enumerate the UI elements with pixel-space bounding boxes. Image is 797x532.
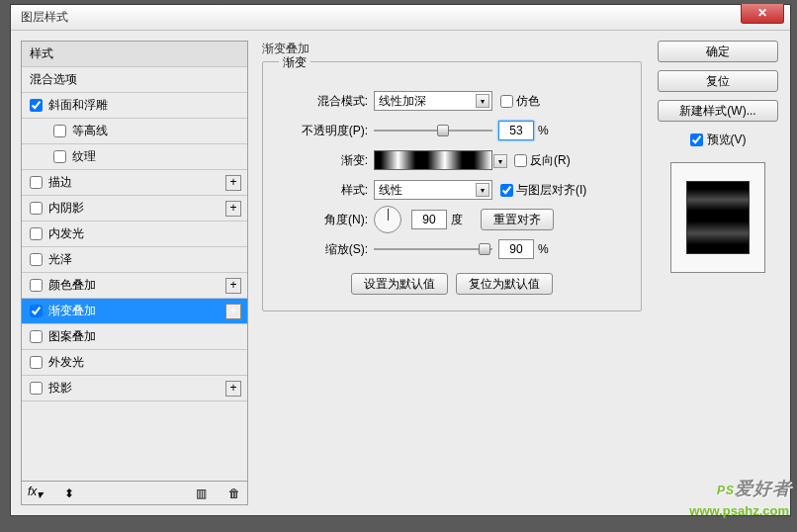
blend-mode-label: 混合模式: — [275, 93, 374, 110]
sidebar-item-checkbox[interactable] — [30, 176, 43, 189]
add-effect-button[interactable]: + — [225, 175, 241, 191]
blend-mode-select[interactable]: 线性加深 ▾ — [374, 91, 492, 111]
scale-slider[interactable] — [374, 241, 492, 257]
preview-swatch — [686, 181, 750, 254]
opacity-slider[interactable] — [374, 123, 492, 138]
align-layer-label: 与图层对齐(I) — [516, 182, 586, 199]
dither-checkbox-input[interactable] — [500, 95, 513, 108]
styles-sidebar: 样式 混合选项 斜面和浮雕等高线纹理描边+内阴影+内发光光泽颜色叠加+渐变叠加+… — [21, 41, 248, 505]
fieldset-legend: 渐变 — [279, 54, 310, 71]
reverse-checkbox[interactable]: 反向(R) — [514, 152, 571, 169]
gradient-swatch[interactable]: ▾ — [374, 150, 492, 170]
reset-align-button[interactable]: 重置对齐 — [481, 209, 554, 230]
preview-box — [670, 162, 765, 273]
sidebar-item-checkbox[interactable] — [30, 253, 43, 266]
scale-input[interactable] — [498, 239, 534, 259]
cancel-button[interactable]: 复位 — [658, 70, 778, 92]
sidebar-blend-options[interactable]: 混合选项 — [22, 67, 247, 93]
scale-label: 缩放(S): — [275, 241, 374, 258]
sidebar-item-label: 纹理 — [72, 148, 96, 165]
sidebar-header-label: 样式 — [30, 45, 53, 62]
ok-button[interactable]: 确定 — [658, 41, 778, 62]
sidebar-item-checkbox[interactable] — [30, 279, 43, 292]
style-value: 线性 — [379, 182, 402, 199]
add-effect-button[interactable]: + — [225, 381, 241, 397]
sidebar-item-7[interactable]: 颜色叠加+ — [22, 273, 247, 299]
sidebar-item-2[interactable]: 纹理 — [22, 144, 247, 170]
sidebar-item-0[interactable]: 斜面和浮雕 — [22, 93, 247, 119]
align-layer-checkbox[interactable]: 与图层对齐(I) — [500, 182, 586, 199]
section-title: 渐变叠加 — [262, 41, 642, 57]
opacity-label: 不透明度(P): — [275, 123, 374, 139]
sidebar-item-label: 渐变叠加 — [48, 303, 96, 319]
sidebar-item-label: 外发光 — [48, 354, 84, 371]
angle-input[interactable] — [411, 210, 447, 229]
sidebar-item-8[interactable]: 渐变叠加+ — [22, 299, 247, 324]
sidebar-item-label: 描边 — [48, 174, 72, 191]
gradient-fieldset: 渐变 混合模式: 线性加深 ▾ 仿色 不透明度(P): — [262, 61, 642, 311]
sidebar-item-checkbox[interactable] — [30, 227, 43, 240]
style-select[interactable]: 线性 ▾ — [374, 180, 492, 200]
sidebar-item-label: 斜面和浮雕 — [48, 97, 108, 114]
add-effect-button[interactable]: + — [225, 201, 241, 217]
opacity-input[interactable] — [498, 121, 534, 140]
sidebar-footer: fx▾ ⬍ ▥ 🗑 — [22, 481, 247, 504]
set-default-button[interactable]: 设置为默认值 — [351, 273, 448, 295]
preview-checkbox-input[interactable] — [690, 133, 703, 146]
add-effect-button[interactable]: + — [225, 278, 241, 294]
reverse-checkbox-input[interactable] — [514, 154, 527, 167]
watermark-url: www.psahz.com — [689, 503, 789, 518]
sidebar-item-4[interactable]: 内阴影+ — [22, 196, 247, 222]
sidebar-item-label: 内发光 — [48, 225, 84, 242]
align-layer-checkbox-input[interactable] — [500, 184, 513, 197]
sidebar-item-checkbox[interactable] — [53, 150, 66, 163]
footer-icon-1[interactable]: ⬍ — [62, 487, 76, 500]
add-effect-button[interactable]: + — [225, 304, 241, 319]
angle-unit: 度 — [451, 212, 463, 228]
sidebar-item-5[interactable]: 内发光 — [22, 222, 247, 247]
sidebar-item-label: 投影 — [48, 380, 72, 397]
sidebar-item-1[interactable]: 等高线 — [22, 119, 247, 144]
reset-default-button[interactable]: 复位为默认值 — [456, 273, 553, 295]
dither-checkbox[interactable]: 仿色 — [500, 93, 540, 110]
settings-panel: 渐变叠加 渐变 混合模式: 线性加深 ▾ 仿色 不透明度(P): — [256, 41, 648, 505]
sidebar-item-checkbox[interactable] — [53, 125, 66, 137]
sidebar-item-11[interactable]: 投影+ — [22, 376, 247, 401]
footer-icon-2[interactable]: ▥ — [194, 487, 208, 500]
new-style-button[interactable]: 新建样式(W)... — [658, 100, 778, 122]
sidebar-item-label: 内阴影 — [48, 200, 84, 217]
close-button[interactable]: ✕ — [741, 4, 784, 24]
sidebar-item-checkbox[interactable] — [30, 99, 43, 112]
style-label: 样式: — [275, 182, 374, 199]
sidebar-item-checkbox[interactable] — [30, 382, 43, 395]
sidebar-item-label: 图案叠加 — [48, 328, 96, 345]
fx-menu[interactable]: fx▾ — [28, 485, 43, 501]
angle-label: 角度(N): — [275, 212, 374, 228]
gradient-label: 渐变: — [275, 152, 374, 169]
opacity-unit: % — [538, 124, 549, 137]
sidebar-item-checkbox[interactable] — [30, 330, 43, 343]
preview-checkbox[interactable]: 预览(V) — [690, 132, 747, 148]
sidebar-item-checkbox[interactable] — [30, 305, 43, 317]
watermark-brand: PS爱好者 — [717, 477, 791, 500]
blend-mode-value: 线性加深 — [379, 93, 426, 110]
sidebar-item-checkbox[interactable] — [30, 202, 43, 215]
reverse-label: 反向(R) — [530, 152, 571, 169]
window-title: 图层样式 — [21, 9, 68, 26]
sidebar-item-9[interactable]: 图案叠加 — [22, 324, 247, 350]
sidebar-item-10[interactable]: 外发光 — [22, 350, 247, 376]
dither-label: 仿色 — [516, 93, 540, 110]
chevron-down-icon: ▾ — [476, 94, 489, 108]
sidebar-item-checkbox[interactable] — [30, 356, 43, 369]
sidebar-item-3[interactable]: 描边+ — [22, 170, 247, 196]
angle-dial[interactable] — [374, 206, 401, 233]
sidebar-header-styles[interactable]: 样式 — [22, 42, 247, 67]
preview-label: 预览(V) — [707, 132, 747, 148]
titlebar: 图层样式 ✕ — [11, 5, 790, 31]
chevron-down-icon[interactable]: ▾ — [493, 154, 507, 168]
layer-style-dialog: 图层样式 ✕ 样式 混合选项 斜面和浮雕等高线纹理描边+内阴影+内发光光泽颜色叠… — [10, 4, 791, 516]
trash-icon[interactable]: 🗑 — [227, 487, 241, 500]
sidebar-item-6[interactable]: 光泽 — [22, 247, 247, 273]
close-icon: ✕ — [757, 6, 767, 20]
sidebar-item-label: 颜色叠加 — [48, 277, 96, 294]
